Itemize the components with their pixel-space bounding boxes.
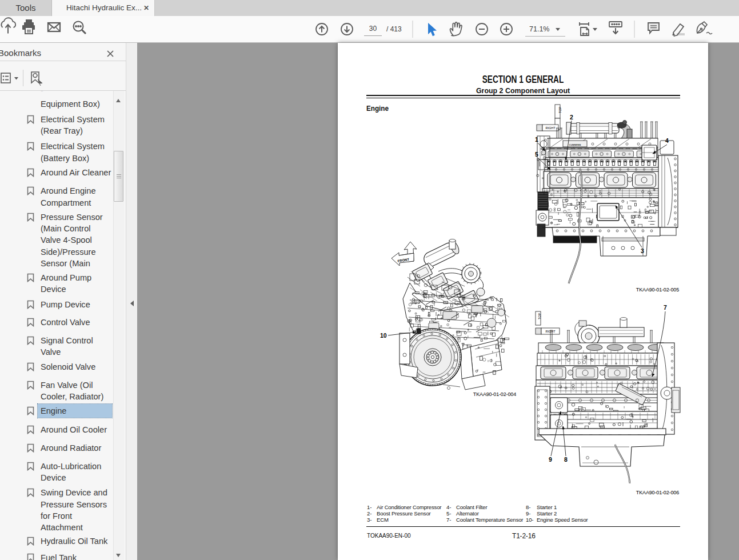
svg-text:RIGHT: RIGHT xyxy=(545,126,556,130)
svg-text:4: 4 xyxy=(665,137,669,144)
svg-text:TKAA90-01-02-006: TKAA90-01-02-006 xyxy=(636,490,679,495)
svg-text:2: 2 xyxy=(570,114,573,121)
svg-text:5: 5 xyxy=(535,151,538,158)
svg-text:1: 1 xyxy=(535,136,538,143)
svg-text:TKAA90-01-02-005: TKAA90-01-02-005 xyxy=(636,287,679,293)
svg-text:3: 3 xyxy=(641,247,644,254)
svg-text:TKAA90-01-02-004: TKAA90-01-02-004 xyxy=(473,391,516,397)
svg-text:8: 8 xyxy=(564,456,568,463)
svg-text:CUMMINS: CUMMINS xyxy=(569,143,581,146)
svg-text:TOP: TOP xyxy=(558,107,562,114)
svg-text:10: 10 xyxy=(380,332,387,339)
svg-text:7: 7 xyxy=(664,304,667,311)
svg-text:TOP: TOP xyxy=(538,313,541,320)
svg-text:9: 9 xyxy=(549,456,552,463)
